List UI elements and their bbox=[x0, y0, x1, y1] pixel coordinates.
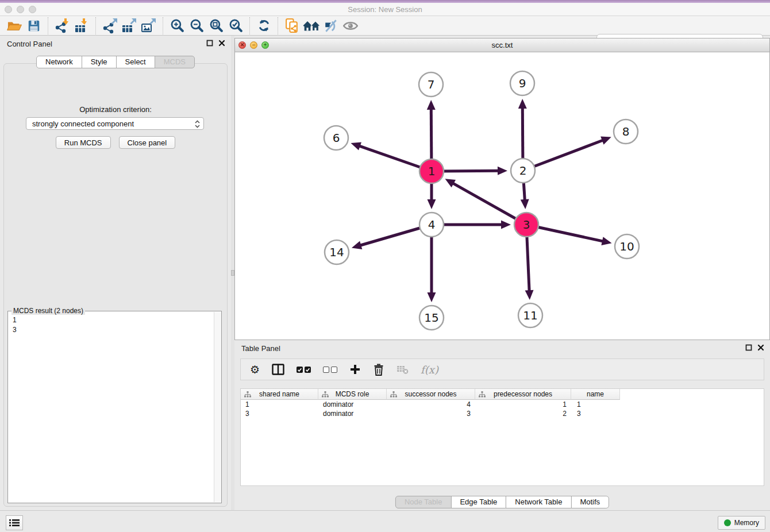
export-table-button[interactable] bbox=[120, 17, 139, 34]
app-titlebar: Session: New Session bbox=[0, 3, 770, 16]
graphics-details-button[interactable] bbox=[341, 17, 360, 34]
table-cell: 3 bbox=[387, 410, 475, 418]
node-table[interactable]: shared nameMCDS rolesuccessor nodesprede… bbox=[240, 388, 764, 486]
memory-button[interactable]: Memory bbox=[718, 516, 765, 530]
tab-motifs[interactable]: Motifs bbox=[571, 496, 609, 508]
close-table-panel-icon[interactable] bbox=[757, 344, 764, 351]
graph-edge-2-8[interactable] bbox=[523, 140, 603, 171]
export-image-button[interactable] bbox=[139, 17, 159, 34]
zoom-out-icon bbox=[189, 18, 205, 33]
function-builder-icon: f(x) bbox=[421, 364, 438, 376]
table-cell: 2 bbox=[475, 410, 571, 418]
toolbar-separator bbox=[278, 17, 278, 34]
dropdown-spinner-icon bbox=[194, 119, 201, 129]
table-settings-icon[interactable]: ⚙ bbox=[250, 363, 260, 376]
control-panel-tabs: NetworkStyleSelectMCDS bbox=[36, 56, 195, 68]
zoom-in-icon bbox=[170, 18, 185, 33]
table-row[interactable]: 3dominator323 bbox=[241, 409, 764, 418]
network-window-titlebar[interactable]: ✕ − + scc.txt bbox=[235, 38, 769, 52]
tab-style[interactable]: Style bbox=[82, 56, 117, 68]
mcds-result-box: MCDS result (2 nodes) 13 bbox=[7, 311, 222, 503]
open-session-button[interactable] bbox=[5, 17, 24, 34]
tab-mcds[interactable]: MCDS bbox=[155, 56, 195, 68]
table-panel-tabs: Node TableEdge TableNetwork TableMotifs bbox=[395, 496, 609, 508]
graph-node-label: 14 bbox=[329, 245, 344, 259]
graph-arrowhead bbox=[525, 290, 534, 300]
column-header-successor-nodes[interactable]: successor nodes bbox=[387, 389, 475, 400]
graph-node-label: 3 bbox=[523, 218, 530, 232]
delete-trash-icon[interactable] bbox=[373, 363, 384, 376]
column-header-shared-name[interactable]: shared name bbox=[241, 389, 318, 400]
result-line: 1 bbox=[13, 315, 217, 325]
eye-icon bbox=[343, 20, 358, 32]
zoom-fit-button[interactable] bbox=[206, 17, 226, 34]
graph-node-label: 8 bbox=[622, 125, 630, 138]
mcds-result-title: MCDS result (2 nodes) bbox=[11, 307, 85, 315]
clone-network-icon bbox=[284, 18, 300, 33]
zoom-out-button[interactable] bbox=[187, 17, 206, 34]
export-network-icon bbox=[102, 18, 118, 34]
graph-arrowhead bbox=[351, 142, 361, 150]
float-table-panel-icon[interactable] bbox=[745, 344, 752, 351]
graph-node-label: 11 bbox=[523, 309, 537, 322]
import-network-button[interactable] bbox=[52, 17, 72, 34]
optimization-criterion-label: Optimization criterion: bbox=[4, 105, 227, 114]
export-image-icon bbox=[141, 18, 157, 34]
result-scrollbar[interactable] bbox=[214, 312, 221, 502]
column-header-predecessor-nodes[interactable]: predecessor nodes bbox=[475, 389, 571, 400]
import-table-icon bbox=[74, 18, 90, 34]
control-panel-header: Control Panel bbox=[0, 36, 231, 51]
deselect-all-icon[interactable] bbox=[323, 367, 337, 373]
graph-arrowhead bbox=[518, 99, 527, 109]
import-table-button[interactable] bbox=[72, 17, 91, 34]
network-canvas[interactable]: 7968124314101511 bbox=[235, 52, 769, 340]
tab-network[interactable]: Network bbox=[36, 56, 82, 68]
float-panel-icon[interactable] bbox=[206, 40, 213, 47]
task-history-button[interactable] bbox=[6, 515, 23, 530]
clone-network-button[interactable] bbox=[282, 17, 302, 34]
list-icon bbox=[9, 519, 20, 527]
criterion-dropdown[interactable]: strongly connected component bbox=[26, 117, 204, 130]
network-graph-svg[interactable]: 7968124314101511 bbox=[235, 52, 769, 340]
tab-network-table[interactable]: Network Table bbox=[506, 496, 571, 508]
save-session-button[interactable] bbox=[24, 17, 44, 34]
graph-node-label: 6 bbox=[333, 131, 340, 145]
toolbar-separator bbox=[163, 17, 163, 34]
graph-arrowhead bbox=[600, 137, 611, 145]
houses-icon bbox=[303, 20, 320, 32]
table-panel-title: Table Panel bbox=[241, 344, 280, 353]
add-column-icon[interactable] bbox=[349, 364, 361, 375]
tab-select[interactable]: Select bbox=[116, 56, 155, 68]
hide-labels-icon bbox=[324, 18, 338, 33]
graph-arrowhead bbox=[498, 167, 507, 175]
select-all-icon[interactable] bbox=[297, 367, 311, 373]
table-cell: dominator bbox=[318, 400, 387, 408]
control-panel: Control Panel NetworkStyleSelectMCDS Opt… bbox=[0, 36, 231, 510]
table-panel-header: Table Panel bbox=[234, 340, 770, 355]
export-network-button[interactable] bbox=[100, 17, 120, 34]
run-mcds-button[interactable]: Run MCDS bbox=[56, 136, 111, 149]
table-cell: 4 bbox=[387, 400, 475, 408]
column-header-MCDS-role[interactable]: MCDS role bbox=[318, 389, 387, 400]
hide-labels-button[interactable] bbox=[321, 17, 341, 34]
nested-network-button[interactable] bbox=[302, 17, 321, 34]
zoom-selected-icon bbox=[228, 18, 244, 33]
toolbar-separator bbox=[95, 17, 96, 34]
graph-arrowhead bbox=[352, 241, 362, 249]
table-cell: 3 bbox=[571, 410, 620, 418]
show-column-icon[interactable] bbox=[272, 364, 284, 375]
zoom-in-button[interactable] bbox=[167, 17, 187, 34]
mcds-result-lines: 13 bbox=[8, 311, 221, 339]
close-panel-button[interactable]: Close panel bbox=[119, 136, 176, 149]
export-table-icon bbox=[121, 18, 137, 34]
tab-edge-table[interactable]: Edge Table bbox=[451, 496, 506, 508]
column-header-name[interactable]: name bbox=[571, 389, 620, 400]
table-row[interactable]: 1dominator411 bbox=[241, 400, 764, 409]
refresh-icon bbox=[257, 18, 271, 33]
tab-node-table[interactable]: Node Table bbox=[395, 496, 452, 508]
network-view-window: ✕ − + scc.txt 7968124314101511 bbox=[234, 38, 770, 340]
apply-layout-button[interactable] bbox=[254, 17, 274, 34]
close-panel-icon[interactable] bbox=[218, 40, 225, 47]
zoom-selected-button[interactable] bbox=[226, 17, 245, 34]
table-cell: 3 bbox=[241, 410, 318, 418]
